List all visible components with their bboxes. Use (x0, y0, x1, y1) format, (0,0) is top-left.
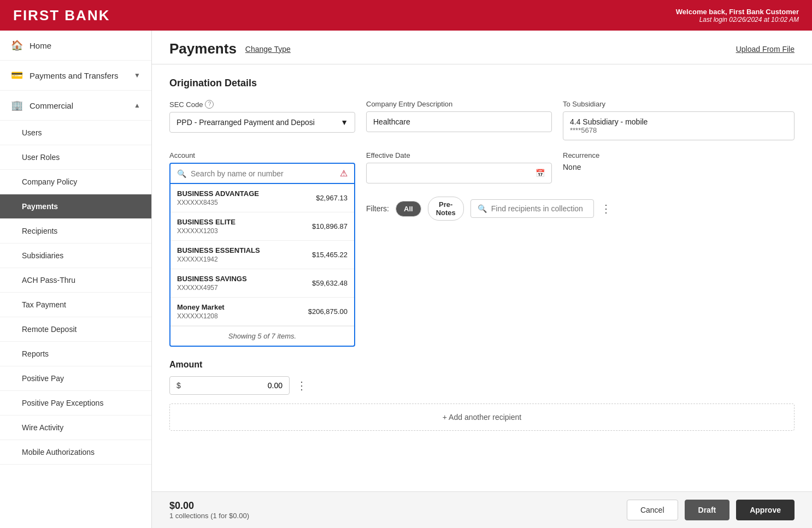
account-balance-4: $206,875.00 (308, 307, 348, 316)
add-recipient-button[interactable]: + Add another recipient (169, 404, 795, 431)
form-row-1: SEC Code ? PPD - Prearranged Payment and… (169, 100, 795, 140)
account-number-4: XXXXXX1208 (177, 312, 225, 320)
draft-button[interactable]: Draft (685, 500, 730, 520)
account-item-4[interactable]: Money Market XXXXXX1208 $206,875.00 (170, 298, 354, 326)
account-list: BUSINESS ADVANTAGE XXXXXX8435 $2,967.13 … (169, 184, 355, 347)
sidebar-item-ach-pass-thru[interactable]: ACH Pass-Thru (0, 268, 151, 293)
account-name-4: Money Market (177, 303, 225, 311)
effective-date-group: Effective Date 📅 Filters: All (366, 151, 552, 232)
page-title: Payments (169, 40, 237, 57)
app-logo: FIRST BANK (13, 7, 110, 24)
content-area: Origination Details SEC Code ? PPD - Pre… (152, 64, 812, 491)
recipient-search-box[interactable]: 🔍 (470, 199, 594, 218)
account-item-2[interactable]: BUSINESS ESSENTIALS XXXXXX1942 $15,465.2… (170, 241, 354, 269)
sidebar-item-payments[interactable]: Payments (0, 194, 151, 219)
amount-title: Amount (169, 360, 795, 370)
sidebar-item-home[interactable]: 🏠 Home (0, 31, 151, 61)
effective-date-label: Effective Date (366, 151, 552, 159)
sidebar-item-reports[interactable]: Reports (0, 342, 151, 366)
search-icon: 🔍 (177, 169, 186, 178)
account-item-0[interactable]: BUSINESS ADVANTAGE XXXXXX8435 $2,967.13 (170, 184, 354, 212)
last-login-text: Last login 02/26/2024 at 10:02 AM (676, 16, 799, 23)
sec-code-select[interactable]: PPD - Prearranged Payment and Deposi ▼ (169, 112, 355, 133)
sidebar-item-payments-transfers[interactable]: 💳 Payments and Transfers ▼ (0, 61, 151, 91)
sidebar-item-subsidiaries[interactable]: Subsidiaries (0, 244, 151, 268)
sec-code-group: SEC Code ? PPD - Prearranged Payment and… (169, 100, 355, 133)
recurrence-value: None (563, 163, 795, 171)
account-name-3: BUSINESS SAVINGS (177, 275, 247, 283)
calendar-icon[interactable]: 📅 (536, 169, 545, 177)
account-item-3[interactable]: BUSINESS SAVINGS XXXXXX4957 $59,632.48 (170, 269, 354, 298)
account-name-2: BUSINESS ESSENTIALS (177, 246, 260, 254)
recurrence-group: Recurrence None (563, 151, 795, 171)
account-balance-0: $2,967.13 (316, 194, 348, 202)
filters-label: Filters: (366, 204, 389, 213)
subsidiary-box: 4.4 Subsidiary - mobile ****5678 (563, 111, 795, 140)
sidebar-item-user-roles[interactable]: User Roles (0, 145, 151, 170)
sec-code-info-icon[interactable]: ? (205, 100, 214, 109)
sidebar: 🏠 Home 💳 Payments and Transfers ▼ 🏢 Comm… (0, 31, 152, 528)
amount-input[interactable] (185, 381, 283, 390)
account-balance-3: $59,632.48 (312, 279, 348, 287)
subsidiary-label: To Subsidiary (563, 100, 795, 108)
company-entry-group: Company Entry Description (366, 100, 552, 132)
sidebar-item-positive-pay-exceptions[interactable]: Positive Pay Exceptions (0, 391, 151, 416)
subsidiary-group: To Subsidiary 4.4 Subsidiary - mobile **… (563, 100, 795, 140)
account-balance-2: $15,465.22 (312, 251, 348, 259)
effective-date-input[interactable] (373, 169, 536, 177)
footer-buttons: Cancel Draft Approve (627, 500, 795, 520)
sidebar-item-commercial[interactable]: 🏢 Commercial ▲ (0, 91, 151, 121)
app-header: FIRST BANK Welcome back, First Bank Cust… (0, 0, 812, 31)
change-type-button[interactable]: Change Type (245, 45, 291, 54)
account-number-0: XXXXXX8435 (177, 199, 259, 206)
payments-transfers-label: Payments and Transfers (30, 71, 127, 80)
sidebar-item-tax-payment[interactable]: Tax Payment (0, 293, 151, 317)
company-entry-label: Company Entry Description (366, 100, 552, 108)
home-icon: 🏠 (11, 39, 23, 51)
sidebar-item-wire-activity[interactable]: Wire Activity (0, 416, 151, 440)
sidebar-item-recipients[interactable]: Recipients (0, 219, 151, 244)
account-dropdown: 🔍 ⚠ BUSINESS ADVANTAGE XXXXXX8435 $2,967… (169, 163, 355, 347)
account-footer: Showing 5 of 7 items. (170, 326, 354, 346)
account-number-3: XXXXXX4957 (177, 284, 247, 292)
sidebar-item-mobile-authorizations[interactable]: Mobile Authorizations (0, 440, 151, 465)
sec-code-label: SEC Code ? (169, 100, 355, 109)
home-label: Home (30, 41, 140, 50)
amount-section: Amount $ ⋮ (169, 360, 795, 395)
sidebar-item-company-policy[interactable]: Company Policy (0, 170, 151, 194)
welcome-text: Welcome back, First Bank Customer (676, 8, 799, 16)
chevron-up-icon: ▲ (134, 102, 140, 109)
page-header: Payments Change Type Upload From File (152, 31, 812, 64)
filters-row: Filters: All Pre-Notes 🔍 ⋮ (366, 197, 552, 221)
approve-button[interactable]: Approve (736, 500, 795, 520)
account-search-box[interactable]: 🔍 ⚠ (169, 163, 355, 184)
dropdown-chevron-icon: ▼ (340, 118, 348, 127)
collections-text: 1 collections (1 for $0.00) (169, 512, 249, 520)
account-label: Account (169, 151, 355, 159)
upload-file-button[interactable]: Upload From File (736, 45, 795, 54)
recipient-search-input[interactable] (491, 204, 587, 213)
amount-row: $ ⋮ (169, 376, 795, 395)
sec-code-value: PPD - Prearranged Payment and Deposi (176, 118, 315, 127)
effective-date-field[interactable]: 📅 (366, 163, 552, 183)
account-number-1: XXXXXX1203 (177, 227, 236, 235)
company-entry-input[interactable] (366, 111, 552, 132)
sidebar-item-users[interactable]: Users (0, 121, 151, 145)
amount-more-icon[interactable]: ⋮ (296, 379, 307, 392)
account-balance-1: $10,896.87 (312, 222, 348, 230)
account-item-1[interactable]: BUSINESS ELITE XXXXXX1203 $10,896.87 (170, 212, 354, 241)
cancel-button[interactable]: Cancel (627, 500, 678, 520)
filter-all-button[interactable]: All (396, 201, 421, 217)
more-options-icon[interactable]: ⋮ (601, 202, 611, 215)
filter-prenotes-button[interactable]: Pre-Notes (428, 197, 464, 221)
account-name-1: BUSINESS ELITE (177, 218, 236, 226)
total-amount: $0.00 (169, 500, 249, 512)
form-row-2: Account 🔍 ⚠ BUSINESS ADVANTAGE XXXXXX8 (169, 151, 795, 347)
sidebar-item-remote-deposit[interactable]: Remote Deposit (0, 317, 151, 342)
sidebar-item-positive-pay[interactable]: Positive Pay (0, 366, 151, 391)
section-title: Origination Details (169, 78, 795, 89)
building-icon: 🏢 (11, 99, 23, 111)
account-name-0: BUSINESS ADVANTAGE (177, 189, 259, 198)
account-search-input[interactable] (191, 169, 336, 178)
amount-input-wrap: $ (169, 376, 290, 395)
